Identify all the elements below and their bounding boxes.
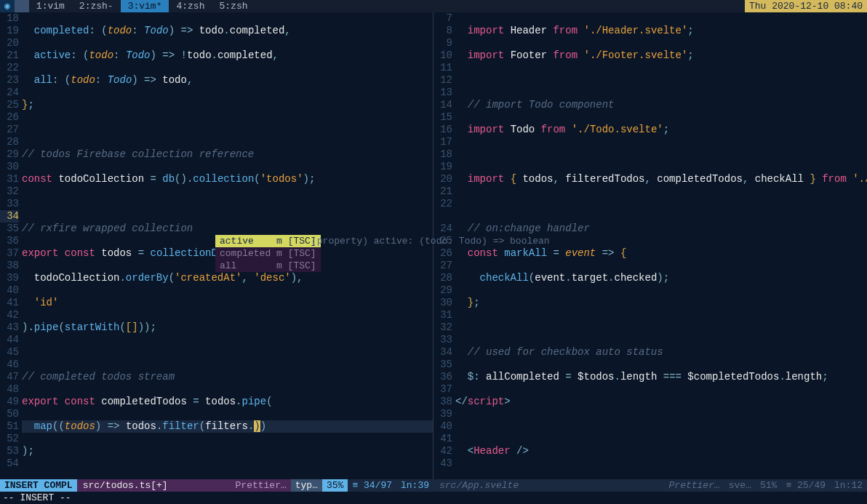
- completion-hint: (property) active: (todo: Todo) => boole…: [311, 235, 550, 247]
- statusbar: INSERT COMPL src/todos.ts[+] Prettier… t…: [0, 479, 867, 492]
- formatter: Prettier…: [665, 479, 724, 492]
- left-gutter: 18 19 20 21 22 23 24 25 26 27 28 29 30 3…: [0, 12, 22, 479]
- command-line[interactable]: -- INSERT --: [0, 492, 867, 504]
- filetype: sve…: [724, 479, 756, 492]
- topbar-spacer: [15, 0, 29, 12]
- left-pane[interactable]: 18 19 20 21 22 23 24 25 26 27 28 29 30 3…: [0, 12, 434, 479]
- completion-popup[interactable]: active m [TSC] completed m [TSC] all m […: [215, 235, 321, 272]
- tab-3[interactable]: 3:vim*: [121, 0, 169, 12]
- line-number: ln:39: [396, 479, 434, 492]
- tab-1[interactable]: 1:vim: [29, 0, 72, 12]
- scroll-percent: 35%: [322, 479, 348, 492]
- tab-2[interactable]: 2:zsh-: [72, 0, 121, 12]
- statusline-left: INSERT COMPL src/todos.ts[+] Prettier… t…: [0, 479, 434, 492]
- line-count: ≡ 34/97: [348, 479, 396, 492]
- filetype: typ…: [291, 479, 322, 492]
- clock: Thu 2020-12-10 08:40: [745, 0, 867, 12]
- editor-area: 18 19 20 21 22 23 24 25 26 27 28 29 30 3…: [0, 12, 867, 479]
- session-indicator: ◉: [0, 0, 15, 12]
- line-count: ≡ 25/49: [781, 479, 830, 492]
- file-name: src/App.svelte: [434, 479, 665, 492]
- scroll-percent: 51%: [756, 479, 781, 492]
- completion-item[interactable]: all m [TSC]: [215, 260, 321, 272]
- statusline-right: src/App.svelte Prettier… sve… 51% ≡ 25/4…: [434, 479, 867, 492]
- completion-item[interactable]: completed m [TSC]: [215, 247, 321, 260]
- formatter: Prettier…: [231, 479, 291, 492]
- completion-item[interactable]: active m [TSC]: [215, 235, 321, 247]
- tmux-topbar: ◉ 1:vim 2:zsh- 3:vim* 4:zsh 5:zsh Thu 20…: [0, 0, 867, 12]
- file-name: src/todos.ts[+]: [77, 479, 231, 492]
- mode-indicator: INSERT COMPL: [0, 479, 77, 492]
- tab-4[interactable]: 4:zsh: [169, 0, 212, 12]
- line-number: ln:12: [830, 479, 867, 492]
- tab-5[interactable]: 5:zsh: [212, 0, 255, 12]
